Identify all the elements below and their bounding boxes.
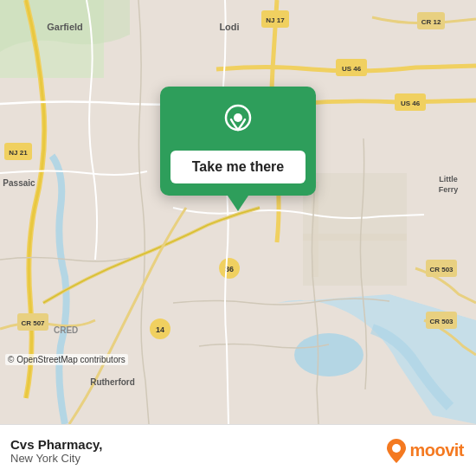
svg-text:14: 14 — [156, 325, 164, 334]
location-city: New York City — [10, 452, 102, 465]
svg-text:CR 503: CR 503 — [429, 266, 453, 273]
location-pin-icon — [219, 102, 257, 140]
svg-text:CR 12: CR 12 — [421, 18, 441, 26]
svg-point-34 — [234, 113, 242, 122]
take-me-there-button[interactable]: Take me there — [170, 151, 306, 183]
svg-text:Lodi: Lodi — [219, 22, 239, 32]
svg-text:NJ 21: NJ 21 — [9, 149, 28, 157]
svg-text:US 46: US 46 — [401, 100, 421, 107]
svg-text:Little: Little — [439, 175, 458, 183]
location-info: Cvs Pharmacy, New York City — [10, 437, 102, 465]
svg-point-1 — [294, 333, 363, 376]
svg-text:NJ 17: NJ 17 — [266, 16, 285, 24]
popup-card: Take me there — [160, 87, 316, 196]
popup-tail — [228, 196, 248, 211]
moovit-pin-icon — [387, 439, 406, 463]
moovit-logo: moovit — [387, 439, 464, 463]
svg-text:US 46: US 46 — [342, 65, 362, 73]
svg-text:CR 503: CR 503 — [429, 318, 453, 325]
svg-text:CRED: CRED — [54, 325, 78, 335]
svg-text:Ferry: Ferry — [439, 185, 459, 194]
svg-point-35 — [392, 444, 401, 453]
moovit-brand-text: moovit — [409, 441, 464, 460]
map-container: 36 14 NJ 21 NJ 17 US 46 US 46 CR 12 CR 5… — [0, 0, 476, 424]
svg-rect-5 — [303, 234, 407, 241]
bottom-bar: Cvs Pharmacy, New York City moovit — [0, 424, 476, 476]
svg-text:CR 507: CR 507 — [21, 319, 45, 327]
svg-text:Passaic: Passaic — [3, 178, 35, 188]
location-name: Cvs Pharmacy, — [10, 437, 102, 452]
map-attribution: © OpenStreetMap contributors — [5, 354, 128, 365]
svg-text:Garfield: Garfield — [47, 22, 83, 32]
svg-text:Rutherford: Rutherford — [90, 377, 135, 387]
